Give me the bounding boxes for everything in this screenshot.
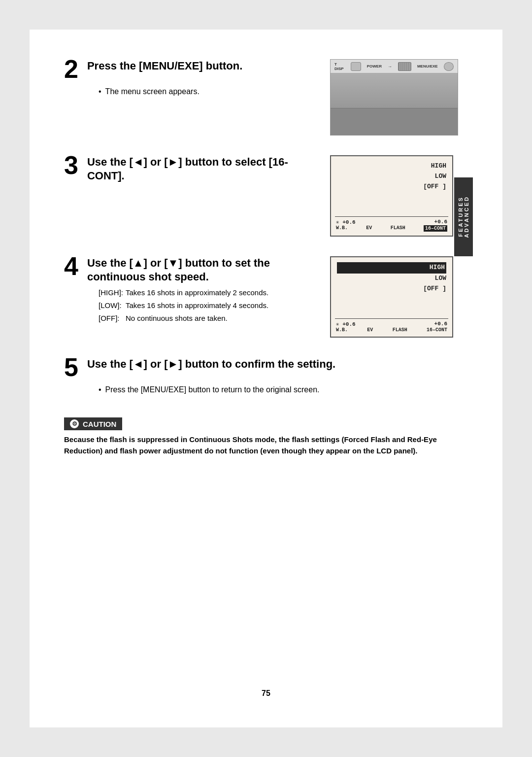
cam-btn-tdisp [351, 62, 361, 71]
lcd-screen-4: HIGH LOW [OFF ] ✳ +0.6 +0.6 W.B. EV FLAS… [330, 256, 453, 338]
step-2-bullet-1: • The menu screen appears. [99, 86, 315, 98]
caution-label: CAUTION [83, 420, 116, 428]
lcd-low-4: LOW [337, 274, 446, 284]
step-4-details: [HIGH]: Takes 16 shots in approximately … [99, 287, 315, 323]
caution-text: Because the flash is suppressed in Conti… [64, 434, 468, 456]
t-disp-label: T DISP [334, 62, 345, 71]
bullet-icon: • [99, 86, 101, 98]
detail-low-label: [LOW]: [99, 300, 126, 311]
step-3-header: 3 Use the [◄] or [►] button to select [1… [64, 155, 315, 182]
lcd-low: LOW [337, 172, 446, 182]
lcd-bottom-3: ✳ +0.6 +0.6 W.B. EV FLASH 16–CONT [335, 216, 448, 232]
lcd-labels-3: W.B. EV FLASH 16–CONT [335, 225, 448, 232]
page: ADVANCED FEATURES 2 Press the [MENU/EXE]… [30, 30, 502, 727]
step-4-title: Use the [▲] or [▼] button to set the con… [87, 256, 315, 283]
lcd-off-4: [OFF ] [337, 284, 446, 294]
step-5-title: Use the [◄] or [►] button to confirm the… [87, 357, 335, 371]
step-3-row: 3 Use the [◄] or [►] button to select [1… [64, 155, 468, 237]
lcd-values-3: ✳ +0.6 +0.6 [335, 219, 448, 225]
detail-off-text: No continuous shots are taken. [126, 313, 315, 324]
lcd-selected-16cont: 16–CONT [424, 225, 447, 232]
detail-off: [OFF]: No continuous shots are taken. [99, 313, 315, 324]
step-3-title: Use the [◄] or [►] button to select [16-… [87, 155, 315, 182]
lcd-high-selected: HIGH [337, 262, 446, 274]
lcd-off: [OFF ] [337, 182, 446, 192]
step-2-row: 2 Press the [MENU/EXE] button. • The men… [64, 59, 468, 136]
cam-dial [398, 62, 411, 71]
step-2-number: 2 [64, 56, 78, 82]
step-2-header: 2 Press the [MENU/EXE] button. [64, 59, 315, 82]
step-3-number: 3 [64, 152, 78, 178]
lcd-divider-4 [335, 318, 448, 319]
camera-photo: T DISP POWER → MENU/EXE [330, 59, 458, 136]
caution-icon: ⚙ [70, 419, 79, 428]
step-4-lcd: HIGH LOW [OFF ] ✳ +0.6 +0.6 W.B. EV FLAS… [330, 256, 468, 338]
side-tab: ADVANCED FEATURES [454, 177, 473, 256]
lcd-divider [335, 216, 448, 217]
detail-low: [LOW]: Takes 16 shots in approximately 4… [99, 300, 315, 311]
detail-high-text: Takes 16 shots in approximately 2 second… [126, 287, 315, 298]
step-4-row: 4 Use the [▲] or [▼] button to set the c… [64, 256, 468, 338]
detail-low-text: Takes 16 shots in approximately 4 second… [126, 300, 315, 311]
step-5-number: 5 [64, 354, 78, 380]
step-4-header: 4 Use the [▲] or [▼] button to set the c… [64, 256, 315, 283]
step-2-body: • The menu screen appears. [99, 86, 315, 98]
page-number: 75 [64, 679, 468, 698]
bullet-icon-5: • [99, 384, 101, 396]
caution-header: ⚙ CAUTION [64, 417, 122, 430]
camera-body: T DISP POWER → MENU/EXE [331, 60, 458, 135]
step-5-body: • Press the [MENU/EXE] button to return … [99, 384, 453, 396]
cam-btn-menu [444, 62, 454, 71]
camera-top-strip: T DISP POWER → MENU/EXE [331, 60, 458, 73]
detail-high-label: [HIGH]: [99, 287, 126, 298]
step-5-bullet-1: • Press the [MENU/EXE] button to return … [99, 384, 453, 396]
power-label: POWER [367, 64, 382, 69]
step-5-row: 5 Use the [◄] or [►] button to confirm t… [64, 357, 468, 398]
lcd-screen-3: HIGH LOW [OFF ] ✳ +0.6 +0.6 W.B. EV FLAS… [330, 155, 453, 237]
detail-off-label: [OFF]: [99, 313, 126, 324]
detail-high: [HIGH]: Takes 16 shots in approximately … [99, 287, 315, 298]
step-5-left: 5 Use the [◄] or [►] button to confirm t… [64, 357, 468, 398]
step-5-header: 5 Use the [◄] or [►] button to confirm t… [64, 357, 453, 380]
menu-exe-label: MENU/EXE [417, 64, 438, 69]
step-2-left: 2 Press the [MENU/EXE] button. • The men… [64, 59, 330, 100]
step-4-left: 4 Use the [▲] or [▼] button to set the c… [64, 256, 330, 325]
step-4-number: 4 [64, 253, 78, 279]
content-area: 2 Press the [MENU/EXE] button. • The men… [64, 59, 468, 679]
lcd-high: HIGH [337, 161, 446, 172]
lcd-values-4: ✳ +0.6 +0.6 [335, 321, 448, 327]
lcd-bottom-4: ✳ +0.6 +0.6 W.B. EV FLASH 16–CONT [335, 318, 448, 333]
step-4-body: [HIGH]: Takes 16 shots in approximately … [99, 287, 315, 323]
step-3-lcd: HIGH LOW [OFF ] ✳ +0.6 +0.6 W.B. EV FLAS… [330, 155, 468, 237]
step-3-left: 3 Use the [◄] or [►] button to select [1… [64, 155, 330, 186]
caution-section: ⚙ CAUTION Because the flash is suppresse… [64, 417, 468, 456]
camera-bottom [331, 108, 458, 135]
step-2-image: T DISP POWER → MENU/EXE [330, 59, 468, 136]
step-2-title: Press the [MENU/EXE] button. [87, 59, 242, 73]
side-tab-text: ADVANCED FEATURES [458, 196, 469, 238]
lcd-labels-4: W.B. EV FLASH 16–CONT [335, 327, 448, 333]
